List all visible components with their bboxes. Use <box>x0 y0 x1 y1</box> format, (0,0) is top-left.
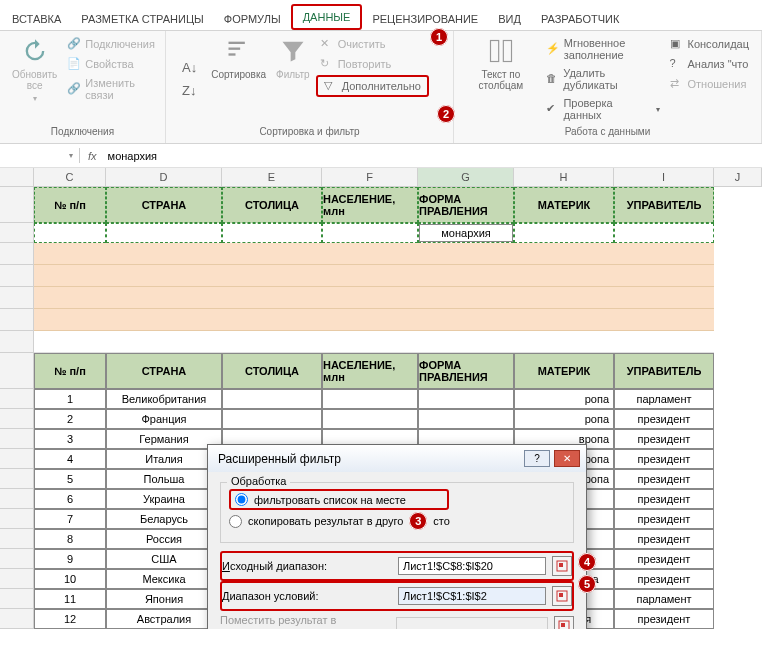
data-cell[interactable]: президент <box>614 449 714 469</box>
connections-button[interactable]: 🔗Подключения <box>63 35 159 53</box>
data-header[interactable]: СТРАНА <box>106 353 222 389</box>
data-cell[interactable]: 2 <box>34 409 106 429</box>
data-cell[interactable]: Германия <box>106 429 222 449</box>
tab-insert[interactable]: ВСТАВКА <box>2 8 71 30</box>
data-cell[interactable]: Австралия <box>106 609 222 629</box>
data-cell[interactable]: 8 <box>34 529 106 549</box>
criteria-cell[interactable] <box>34 223 106 243</box>
remove-duplicates-button[interactable]: 🗑Удалить дубликаты <box>542 65 664 93</box>
data-cell[interactable]: президент <box>614 469 714 489</box>
row-header[interactable] <box>0 265 34 287</box>
criteria-cell[interactable] <box>514 223 614 243</box>
data-cell[interactable]: 7 <box>34 509 106 529</box>
data-cell[interactable]: ропа <box>514 389 614 409</box>
row-header[interactable] <box>0 509 34 529</box>
flash-fill-button[interactable]: ⚡Мгновенное заполнение <box>542 35 664 63</box>
data-cell[interactable]: президент <box>614 549 714 569</box>
criteria-cell[interactable] <box>614 223 714 243</box>
range-picker-button[interactable] <box>552 556 572 576</box>
data-cell[interactable]: 11 <box>34 589 106 609</box>
criteria-header[interactable]: УПРАВИТЕЛЬ <box>614 187 714 223</box>
data-cell[interactable]: 12 <box>34 609 106 629</box>
fx-icon[interactable]: fx <box>80 150 105 162</box>
data-cell[interactable]: 5 <box>34 469 106 489</box>
empty-band[interactable] <box>34 243 714 265</box>
row-header[interactable] <box>0 549 34 569</box>
data-cell[interactable]: 9 <box>34 549 106 569</box>
text-to-columns-button[interactable]: Текст по столбцам <box>462 35 540 123</box>
sort-asc-button[interactable]: A↓ <box>178 58 201 77</box>
tab-review[interactable]: РЕЦЕНЗИРОВАНИЕ <box>362 8 488 30</box>
col-header-C[interactable]: C <box>34 168 106 186</box>
row-header[interactable] <box>0 489 34 509</box>
data-cell[interactable]: Беларусь <box>106 509 222 529</box>
data-cell[interactable] <box>222 389 322 409</box>
data-cell[interactable]: Мексика <box>106 569 222 589</box>
criteria-header[interactable]: МАТЕРИК <box>514 187 614 223</box>
data-cell[interactable]: 6 <box>34 489 106 509</box>
row-header[interactable] <box>0 409 34 429</box>
row-header[interactable] <box>0 589 34 609</box>
range-picker-button[interactable] <box>554 616 574 629</box>
whatif-button[interactable]: ?Анализ "что <box>666 55 754 73</box>
row-header[interactable] <box>0 429 34 449</box>
data-cell[interactable]: Франция <box>106 409 222 429</box>
relations-button[interactable]: ⇄Отношения <box>666 75 754 93</box>
criteria-header[interactable]: ФОРМА ПРАВЛЕНИЯ <box>418 187 514 223</box>
row-header[interactable] <box>0 449 34 469</box>
data-cell[interactable]: 3 <box>34 429 106 449</box>
data-cell[interactable]: президент <box>614 409 714 429</box>
data-cell[interactable]: парламент <box>614 389 714 409</box>
empty-row[interactable] <box>34 331 714 353</box>
radio-input[interactable] <box>235 493 248 506</box>
data-header[interactable]: МАТЕРИК <box>514 353 614 389</box>
criteria-cell[interactable] <box>322 223 418 243</box>
source-range-input[interactable] <box>398 557 546 575</box>
sort-desc-button[interactable]: Z↓ <box>178 81 201 100</box>
tab-view[interactable]: ВИД <box>488 8 531 30</box>
data-cell[interactable]: ропа <box>514 409 614 429</box>
col-header-G[interactable]: G <box>418 168 514 186</box>
formula-input[interactable]: монархия <box>105 147 160 165</box>
data-cell[interactable]: 1 <box>34 389 106 409</box>
data-header[interactable]: СТОЛИЦА <box>222 353 322 389</box>
data-header[interactable]: № п/п <box>34 353 106 389</box>
row-header[interactable] <box>0 529 34 549</box>
col-header-I[interactable]: I <box>614 168 714 186</box>
data-cell[interactable]: президент <box>614 529 714 549</box>
row-header[interactable] <box>0 309 34 331</box>
range-picker-button[interactable] <box>552 586 572 606</box>
row-header[interactable] <box>0 187 34 223</box>
row-header[interactable] <box>0 609 34 629</box>
data-cell[interactable]: Япония <box>106 589 222 609</box>
data-header[interactable]: НАСЕЛЕНИЕ, млн <box>322 353 418 389</box>
row-header[interactable] <box>0 353 34 389</box>
col-header-F[interactable]: F <box>322 168 418 186</box>
criteria-header[interactable]: № п/п <box>34 187 106 223</box>
refresh-all-button[interactable]: Обновить все ▾ <box>8 35 61 123</box>
col-header-J[interactable]: J <box>714 168 762 186</box>
tab-data[interactable]: ДАННЫЕ <box>291 4 363 30</box>
data-cell[interactable] <box>418 409 514 429</box>
data-cell[interactable]: 4 <box>34 449 106 469</box>
row-header[interactable] <box>0 331 34 353</box>
radio-input[interactable] <box>229 515 242 528</box>
consolidate-button[interactable]: ▣Консолидац <box>666 35 754 53</box>
data-cell[interactable] <box>418 389 514 409</box>
data-header[interactable]: ФОРМА ПРАВЛЕНИЯ <box>418 353 514 389</box>
data-cell[interactable]: президент <box>614 489 714 509</box>
row-header[interactable] <box>0 569 34 589</box>
tab-formulas[interactable]: ФОРМУЛЫ <box>214 8 291 30</box>
radio-filter-inplace[interactable]: фильтровать список на месте <box>229 489 449 510</box>
data-cell[interactable]: Украина <box>106 489 222 509</box>
data-cell[interactable]: президент <box>614 509 714 529</box>
help-button[interactable]: ? <box>524 450 550 467</box>
criteria-cell[interactable]: монархия <box>418 223 514 243</box>
col-header-E[interactable]: E <box>222 168 322 186</box>
criteria-cell[interactable] <box>106 223 222 243</box>
col-header-H[interactable]: H <box>514 168 614 186</box>
criteria-header[interactable]: НАСЕЛЕНИЕ, млн <box>322 187 418 223</box>
data-cell[interactable]: Великобритания <box>106 389 222 409</box>
sort-button[interactable]: Сортировка <box>207 35 270 123</box>
tab-developer[interactable]: РАЗРАБОТЧИК <box>531 8 629 30</box>
